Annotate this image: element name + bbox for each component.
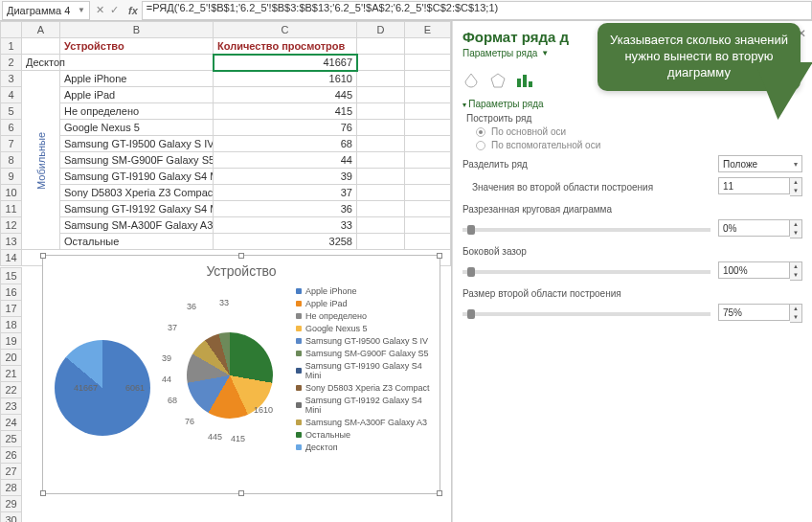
cell[interactable]: 39 <box>214 169 357 185</box>
series-options-icon[interactable] <box>516 72 533 89</box>
row-header[interactable]: 9 <box>1 169 22 185</box>
cell[interactable]: Количество просмотров <box>214 38 357 55</box>
row-header[interactable]: 14 <box>1 250 22 266</box>
row-header[interactable]: 3 <box>1 71 22 87</box>
legend-item[interactable]: Samsung GT-I9190 Galaxy S4 Mini <box>296 361 436 380</box>
legend-item[interactable]: Samsung SM-A300F Galaxy A3 <box>296 418 436 427</box>
row-header[interactable]: 8 <box>1 152 22 169</box>
spin-down-icon[interactable]: ▼ <box>790 187 801 195</box>
select-all[interactable] <box>1 22 22 38</box>
cell[interactable]: 44 <box>214 152 357 169</box>
worksheet-area[interactable]: A B C D E 1 Устройство Количество просмо… <box>0 21 452 522</box>
legend-item[interactable]: Samsung GT-I9500 Galaxy S IV <box>296 336 436 346</box>
row-header[interactable]: 2 <box>1 55 22 71</box>
resize-handle[interactable] <box>437 253 442 259</box>
gap-slider[interactable] <box>462 270 710 274</box>
resize-handle[interactable] <box>437 490 442 496</box>
cell[interactable]: Apple iPad <box>60 87 214 103</box>
cell[interactable]: Не определено <box>60 103 214 120</box>
row-header[interactable]: 21 <box>1 366 22 382</box>
spin-up-icon[interactable]: ▲ <box>790 220 801 229</box>
cancel-icon[interactable]: ✕ <box>96 4 104 16</box>
col-header[interactable]: B <box>60 22 214 38</box>
chart-title[interactable]: Устройство <box>43 256 440 283</box>
row-header[interactable]: 30 <box>1 512 22 523</box>
cell[interactable]: 445 <box>214 87 357 103</box>
cell[interactable]: 33 <box>214 217 357 234</box>
cell[interactable]: Samsung GT-I9500 Galaxy S IV <box>60 136 214 152</box>
explosion-spinner[interactable]: 0% <box>718 219 790 237</box>
row-header[interactable]: 23 <box>1 398 22 415</box>
spin-down-icon[interactable]: ▼ <box>790 229 801 238</box>
row-header[interactable]: 12 <box>1 217 22 234</box>
cell[interactable]: 415 <box>214 103 357 120</box>
legend-item[interactable]: Samsung GT-I9192 Galaxy S4 Mini <box>296 396 436 415</box>
cell[interactable]: Apple iPhone <box>60 71 214 87</box>
cell[interactable]: 68 <box>214 136 357 152</box>
row-header[interactable]: 13 <box>1 234 22 250</box>
row-header[interactable]: 16 <box>1 284 22 301</box>
cell[interactable]: Samsung SM-A300F Galaxy A3 <box>60 217 214 234</box>
col-header[interactable]: E <box>405 22 451 38</box>
row-header[interactable]: 28 <box>1 480 22 496</box>
col-header[interactable]: A <box>22 22 60 38</box>
spin-up-icon[interactable]: ▲ <box>790 262 801 271</box>
cell[interactable]: 41667 <box>214 55 357 71</box>
cell[interactable]: Samsung GT-I9192 Galaxy S4 Mini <box>60 201 214 217</box>
cell[interactable]: Samsung GT-I9190 Galaxy S4 Mini <box>60 169 214 185</box>
row-header[interactable]: 10 <box>1 185 22 201</box>
legend-item[interactable]: Не определено <box>296 311 436 321</box>
legend-item[interactable]: Остальные <box>296 430 436 440</box>
second-plot-count-spinner[interactable]: 11 <box>718 177 790 194</box>
accept-icon[interactable]: ✓ <box>110 4 119 16</box>
col-header[interactable]: D <box>357 22 405 38</box>
name-box[interactable]: Диаграмма 4 ▼ <box>2 1 90 20</box>
row-header[interactable]: 4 <box>1 87 22 103</box>
cell[interactable]: 1610 <box>214 71 357 87</box>
fill-icon[interactable] <box>462 72 480 89</box>
row-header[interactable]: 25 <box>1 431 22 447</box>
row-header[interactable]: 7 <box>1 136 22 152</box>
second-plot-size-slider[interactable] <box>462 312 710 316</box>
chart-legend[interactable]: Apple iPhoneApple iPadНе определеноGoogl… <box>292 283 440 491</box>
cell[interactable]: Samsung SM-G900F Galaxy S5 <box>60 152 214 169</box>
spin-up-icon[interactable]: ▲ <box>790 178 801 187</box>
spin-up-icon[interactable]: ▲ <box>790 305 801 313</box>
effects-icon[interactable] <box>489 72 507 89</box>
row-header[interactable]: 22 <box>1 382 22 398</box>
cell[interactable]: 76 <box>214 120 357 136</box>
row-header[interactable]: 19 <box>1 333 22 350</box>
cell[interactable]: Google Nexus 5 <box>60 120 214 136</box>
second-plot-size-spinner[interactable]: 75% <box>718 304 790 321</box>
formula-input[interactable]: =РЯД('6.2_5'!$B$1;'6.2_5'!$B$3:$B$13;'6.… <box>142 1 812 20</box>
cell[interactable]: Устройство <box>60 38 214 55</box>
row-header[interactable]: 27 <box>1 464 22 480</box>
cell[interactable]: 3258 <box>214 234 357 250</box>
row-header[interactable]: 18 <box>1 317 22 333</box>
resize-handle[interactable] <box>40 253 46 259</box>
chart-plot-area[interactable]: 416676061363337394468764154451610 <box>43 283 292 491</box>
legend-item[interactable]: Apple iPad <box>296 299 436 308</box>
resize-handle[interactable] <box>238 253 244 259</box>
legend-item[interactable]: Apple iPhone <box>296 286 436 296</box>
row-header[interactable]: 11 <box>1 201 22 217</box>
legend-item[interactable]: Sony D5803 Xperia Z3 Compact <box>296 383 436 393</box>
row-header[interactable]: 17 <box>1 301 22 317</box>
gap-spinner[interactable]: 100% <box>718 261 790 279</box>
cell[interactable]: Sony D5803 Xperia Z3 Compact <box>60 185 214 201</box>
split-series-combo[interactable]: Положе <box>718 155 802 172</box>
row-header[interactable]: 15 <box>1 268 22 284</box>
row-header[interactable]: 26 <box>1 447 22 464</box>
explosion-slider[interactable] <box>462 228 710 232</box>
col-header[interactable]: C <box>214 22 357 38</box>
pane-subtitle[interactable]: Параметры ряда ▼ <box>462 48 549 58</box>
spin-down-icon[interactable]: ▼ <box>790 271 801 280</box>
spin-down-icon[interactable]: ▼ <box>790 313 801 322</box>
vertical-label[interactable]: Мобильные <box>22 71 60 250</box>
embedded-chart[interactable]: Устройство 41667606136333739446876415445… <box>42 255 440 494</box>
row-header[interactable]: 6 <box>1 120 22 136</box>
row-header[interactable]: 24 <box>1 415 22 431</box>
cell[interactable]: Десктоп <box>22 55 60 71</box>
row-header[interactable]: 5 <box>1 103 22 120</box>
cell[interactable]: 37 <box>214 185 357 201</box>
